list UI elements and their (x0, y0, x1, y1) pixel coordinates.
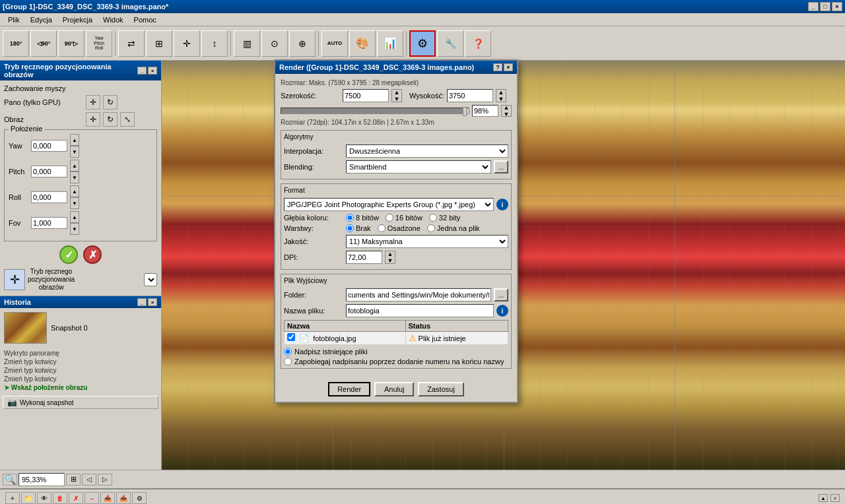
history-close-btn[interactable]: × (148, 298, 157, 306)
ok-btn[interactable]: ✓ (59, 245, 78, 264)
filename-input[interactable] (346, 304, 494, 317)
layer-del2-btn[interactable]: ✗ (69, 492, 83, 504)
history-action-1[interactable]: Zmień typ kotwicy (3, 358, 158, 366)
layer-export-btn[interactable]: 📤 (116, 492, 131, 504)
pitch-up-btn[interactable]: ▲ (70, 160, 79, 172)
layers-perfile-option[interactable]: Jedna na plik (427, 224, 480, 232)
file-checkbox[interactable] (287, 333, 295, 341)
mode-select[interactable]: ▼ (144, 273, 157, 286)
close-btn[interactable]: × (832, 2, 842, 11)
bottom-zoom-plus[interactable]: 🔍 (3, 474, 17, 486)
32bit-option[interactable]: 32 bity (429, 214, 460, 222)
bottom-fit-btn[interactable]: ⊞ (66, 474, 81, 486)
toolbar-gear-btn[interactable]: ⚙ (409, 30, 436, 57)
image-move-btn[interactable]: ✛ (86, 112, 100, 127)
16bit-radio[interactable] (386, 214, 393, 222)
history-action-3[interactable]: Zmień typ kotwicy (3, 375, 158, 383)
minimize-btn[interactable]: _ (808, 2, 819, 11)
yaw-input[interactable] (31, 140, 67, 152)
toolbar-auto-btn[interactable]: AUTO (321, 30, 348, 57)
bottom-right-btn[interactable]: ▷ (98, 474, 112, 486)
percent-input[interactable] (472, 105, 498, 117)
pano-move-btn[interactable]: ✛ (86, 95, 100, 110)
pitch-input[interactable] (31, 166, 67, 177)
8bit-option[interactable]: 8 bitów (346, 214, 379, 222)
overwrite-radio[interactable] (284, 348, 292, 356)
folder-browse-btn[interactable]: ... (494, 288, 508, 301)
warstwy-close-btn[interactable]: × (830, 494, 840, 502)
layer-settings-btn[interactable]: ⚙ (132, 492, 147, 504)
layers-embedded-option[interactable]: Osadzone (378, 224, 421, 232)
overwrite-option[interactable]: Nadpisz istniejące pliki (284, 348, 508, 356)
toolbar-crosshair-btn[interactable]: ✛ (174, 30, 200, 57)
warstwy-expand-btn[interactable]: ▲ (819, 494, 828, 502)
format-info-btn[interactable]: i (496, 199, 508, 210)
fov-up-btn[interactable]: ▲ (70, 211, 79, 223)
layer-del-red-btn[interactable]: 🗑 (53, 492, 67, 504)
width-spin[interactable]: ▲▼ (391, 89, 402, 102)
image-rotate-btn[interactable]: ↻ (103, 112, 118, 127)
pano-rotate-btn[interactable]: ↻ (103, 95, 118, 110)
layer-eye-btn[interactable]: 👁 (37, 492, 51, 504)
menu-edycja[interactable]: Edycja (25, 15, 57, 25)
blending-more-btn[interactable]: ... (494, 160, 508, 173)
8bit-radio[interactable] (346, 214, 354, 222)
toolbar-grid-btn[interactable]: ⊞ (146, 30, 172, 57)
32bit-radio[interactable] (429, 214, 437, 222)
toolbar-arrows-btn[interactable]: ⇄ (118, 30, 145, 57)
percent-spin[interactable]: ▲▼ (501, 105, 512, 117)
layers-perfile-radio[interactable] (427, 224, 435, 232)
dpi-input[interactable] (346, 251, 382, 264)
dialog-help-btn[interactable]: ? (493, 63, 502, 71)
toolbar-chart-btn[interactable]: 📊 (377, 30, 403, 57)
snapshot-thumbnail[interactable] (4, 312, 47, 344)
roll-input[interactable] (31, 191, 67, 203)
menu-pomoc[interactable]: Pomoc (129, 15, 162, 25)
dpi-spin[interactable]: ▲▼ (385, 251, 395, 264)
fov-input[interactable] (31, 217, 67, 229)
toolbar-90left-btn[interactable]: ◁90° (30, 30, 57, 57)
16bit-option[interactable]: 16 bitów (386, 214, 422, 222)
layers-none-option[interactable]: Brak (346, 224, 371, 232)
dialog-close-btn[interactable]: × (504, 63, 513, 71)
toolbar-resize-btn[interactable]: ↕ (201, 30, 228, 57)
append-radio[interactable] (284, 358, 292, 365)
fov-down-btn[interactable]: ▼ (70, 223, 79, 235)
panel-minimize-btn[interactable]: _ (137, 67, 147, 75)
toolbar-plus-btn[interactable]: ⊕ (289, 30, 316, 57)
width-input[interactable] (343, 89, 389, 102)
layer-del3-btn[interactable]: – (84, 492, 99, 504)
cancel-btn[interactable]: ✗ (83, 245, 102, 264)
menu-plik[interactable]: Plik (3, 15, 25, 25)
layer-add-btn[interactable]: + (5, 492, 20, 504)
menu-widok[interactable]: Widok (98, 15, 129, 25)
image-scale-btn[interactable]: ⤡ (120, 112, 135, 127)
menu-projekcja[interactable]: Projekcja (57, 15, 98, 25)
folder-input[interactable] (346, 288, 491, 301)
toolbar-palette-btn[interactable]: 🎨 (349, 30, 376, 57)
layers-embedded-radio[interactable] (378, 224, 386, 232)
blending-select[interactable]: Smartblend (346, 160, 491, 173)
layer-folder-btn[interactable]: 📁 (21, 492, 36, 504)
history-action-4[interactable]: ➤ Wskaż położenie obrazu (3, 383, 158, 392)
interpolation-select[interactable]: Dwusześcienna (346, 144, 508, 158)
toolbar-help-btn[interactable]: ❓ (465, 30, 491, 57)
history-minimize-btn[interactable]: _ (137, 298, 147, 306)
quality-select[interactable]: 11) Maksymalna (346, 235, 508, 248)
append-option[interactable]: Zapobiegaj nadpisaniu poprzez dodanie nu… (284, 358, 508, 365)
dialog-cancel-btn[interactable]: Anuluj (374, 382, 414, 396)
history-action-2[interactable]: Zmień typ kotwicy (3, 366, 158, 375)
snapshot-btn[interactable]: 📷 Wykonaj snapshot (3, 396, 158, 409)
roll-up-btn[interactable]: ▲ (70, 185, 79, 197)
toolbar-180-btn[interactable]: 180° (3, 30, 29, 57)
toolbar-rect-btn[interactable]: ▥ (234, 30, 260, 57)
apply-btn[interactable]: Zastosuj (418, 382, 464, 396)
render-btn[interactable]: Render (328, 382, 370, 396)
toolbar-90right-btn[interactable]: 90°▷ (58, 30, 84, 57)
format-select[interactable]: JPG/JPEG Joint Photographic Experts Grou… (284, 198, 494, 211)
toolbar-yawpitchroll-btn[interactable]: YawPitchRoll (86, 30, 112, 57)
bottom-left-btn[interactable]: ◁ (82, 474, 96, 486)
toolbar-sphere-btn[interactable]: ⊙ (261, 30, 288, 57)
roll-down-btn[interactable]: ▼ (70, 197, 79, 209)
panel-close-btn[interactable]: × (148, 67, 157, 75)
